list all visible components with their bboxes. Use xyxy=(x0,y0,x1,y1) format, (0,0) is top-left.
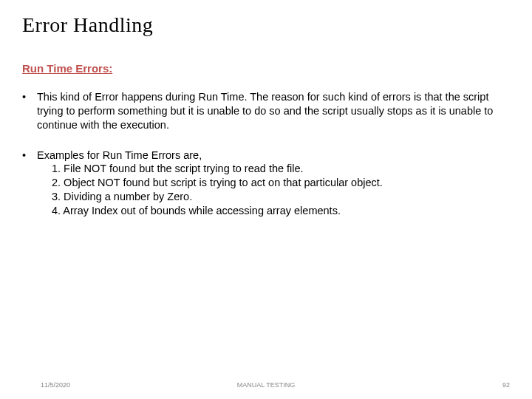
bullet-item: • This kind of Error happens during Run … xyxy=(22,90,510,132)
bullet-marker: • xyxy=(22,149,37,163)
example-line: 3. Dividing a number by Zero. xyxy=(37,190,510,204)
footer-page-number: 92 xyxy=(502,381,510,389)
bullet-text: This kind of Error happens during Run Ti… xyxy=(37,90,510,132)
example-line: 2. Object NOT found but script is trying… xyxy=(37,176,510,190)
bullet-text: Examples for Run Time Errors are, 1. Fil… xyxy=(37,149,510,218)
bullet-marker: • xyxy=(22,90,37,104)
example-line: 1. File NOT found but the script trying … xyxy=(37,162,510,176)
footer: 11/5/2020 MANUAL TESTING 92 xyxy=(0,381,532,389)
footer-date: 11/5/2020 xyxy=(41,381,70,389)
footer-center: MANUAL TESTING xyxy=(237,381,296,389)
example-line: 4. Array Index out of bounds while acces… xyxy=(37,204,510,218)
section-subheading: Run Time Errors: xyxy=(22,62,112,75)
slide-title: Error Handling xyxy=(22,13,153,37)
examples-intro: Examples for Run Time Errors are, xyxy=(37,149,202,161)
bullet-item: • Examples for Run Time Errors are, 1. F… xyxy=(22,149,510,218)
content-area: • This kind of Error happens during Run … xyxy=(22,90,510,234)
